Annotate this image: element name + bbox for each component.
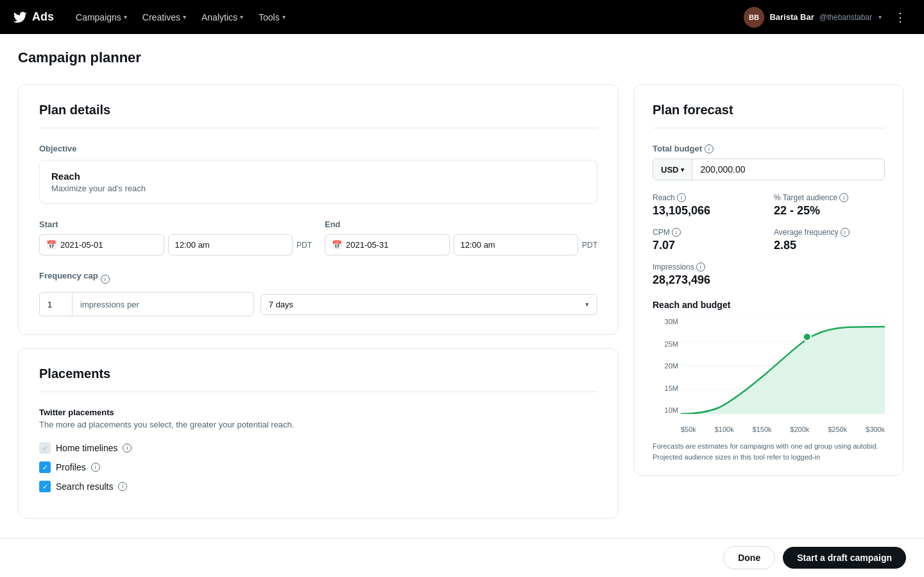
more-options-button[interactable]: ⋮ bbox=[889, 8, 911, 27]
home-timelines-checkbox[interactable]: ✓ bbox=[39, 442, 51, 454]
target-audience-info-icon[interactable]: i bbox=[839, 193, 848, 202]
cpm-label: CPM bbox=[653, 228, 670, 237]
ads-brand: Ads bbox=[32, 10, 54, 24]
plan-details-card: Plan details Objective Reach Maximize yo… bbox=[18, 84, 619, 335]
impressions-label: Impressions bbox=[653, 263, 694, 271]
account-name: Barista Bar bbox=[769, 12, 814, 22]
svg-point-7 bbox=[803, 333, 811, 341]
impressions-value: 28,273,496 bbox=[653, 273, 764, 287]
freq-number-input[interactable]: 1 impressions per bbox=[39, 292, 254, 316]
home-timelines-row: ✓ Home timelines i bbox=[39, 442, 597, 454]
home-timelines-info-icon[interactable]: i bbox=[123, 444, 132, 452]
end-date-group: End 📅 2021-05-31 12:00 am PDT bbox=[325, 220, 597, 255]
objective-label: Objective bbox=[39, 144, 597, 153]
profiles-label: Profiles bbox=[56, 462, 86, 472]
end-tz: PDT bbox=[582, 241, 597, 250]
target-audience-label: % Target audience bbox=[774, 193, 837, 202]
end-time-input[interactable]: 12:00 am bbox=[454, 234, 579, 255]
calendar-icon-end: 📅 bbox=[332, 240, 342, 250]
start-date-input[interactable]: 📅 2021-05-01 bbox=[39, 234, 164, 255]
search-results-info-icon[interactable]: i bbox=[118, 482, 127, 491]
plan-details-title: Plan details bbox=[39, 103, 597, 128]
end-date-value: 2021-05-31 bbox=[346, 240, 389, 250]
budget-input[interactable]: USD ▾ 200,000.00 bbox=[653, 159, 885, 180]
left-column: Plan details Objective Reach Maximize yo… bbox=[18, 84, 619, 531]
search-results-label: Search results bbox=[56, 481, 113, 492]
bottom-action-bar: Done Start a draft campaign bbox=[0, 538, 924, 577]
target-audience-stat: % Target audience i 22 - 25% bbox=[774, 193, 885, 218]
avg-freq-info-icon[interactable]: i bbox=[841, 228, 850, 237]
twitter-placements-label: Twitter placements bbox=[39, 408, 597, 417]
tools-chevron: ▾ bbox=[282, 13, 286, 21]
forecast-title: Plan forecast bbox=[653, 103, 885, 128]
start-date-group: Start 📅 2021-05-01 12:00 am PDT bbox=[39, 220, 312, 255]
avatar: BB bbox=[744, 7, 764, 28]
search-results-row: ✓ Search results i bbox=[39, 481, 597, 492]
right-panel: Plan forecast Total budget i USD ▾ 200,0… bbox=[634, 84, 903, 531]
nav-tools[interactable]: Tools ▾ bbox=[252, 8, 292, 26]
impressions-stat: Impressions i 28,273,496 bbox=[653, 263, 764, 287]
budget-amount: 200,000.00 bbox=[692, 159, 884, 180]
start-label: Start bbox=[39, 220, 312, 229]
cpm-value: 7.07 bbox=[653, 239, 764, 252]
chart-x-axis: $50k $100k $150k $200k $250k $300k bbox=[681, 426, 885, 433]
avg-freq-stat: Average frequency i 2.85 bbox=[774, 228, 885, 252]
calendar-icon: 📅 bbox=[46, 240, 56, 250]
freq-number-value: 1 bbox=[40, 295, 72, 314]
twitter-logo bbox=[13, 10, 27, 24]
reach-value: 13,105,066 bbox=[653, 204, 764, 218]
done-button[interactable]: Done bbox=[723, 546, 775, 569]
freq-cap-label: Frequency cap bbox=[39, 271, 98, 280]
account-chevron: ▾ bbox=[878, 13, 882, 21]
svg-text:BB: BB bbox=[749, 13, 759, 21]
nav-analytics[interactable]: Analytics ▾ bbox=[195, 8, 250, 26]
top-navigation: Ads Campaigns ▾ Creatives ▾ Analytics ▾ … bbox=[0, 0, 924, 34]
home-timelines-label: Home timelines bbox=[56, 443, 117, 453]
profiles-checkbox[interactable]: ✓ bbox=[39, 461, 51, 473]
forecast-card: Plan forecast Total budget i USD ▾ 200,0… bbox=[634, 84, 903, 476]
reach-info-icon[interactable]: i bbox=[677, 193, 686, 202]
freq-period-select[interactable]: 7 days ▾ bbox=[261, 294, 597, 315]
profiles-info-icon[interactable]: i bbox=[91, 463, 100, 472]
chart-y-axis: 30M 25M 20M 15M 10M bbox=[653, 318, 678, 414]
target-audience-value: 22 - 25% bbox=[774, 204, 885, 218]
nav-campaigns[interactable]: Campaigns ▾ bbox=[69, 8, 133, 26]
placements-title: Placements bbox=[39, 366, 597, 392]
chart-svg-container bbox=[681, 318, 885, 414]
cpm-info-icon[interactable]: i bbox=[672, 228, 681, 237]
cpm-stat: CPM i 7.07 bbox=[653, 228, 764, 252]
account-switcher[interactable]: BB Barista Bar @thebaristabar ▾ bbox=[744, 7, 882, 28]
reach-label: Reach bbox=[653, 193, 675, 202]
total-budget-label: Total budget bbox=[653, 144, 702, 153]
freq-suffix: impressions per bbox=[73, 295, 147, 314]
creatives-chevron: ▾ bbox=[183, 13, 186, 21]
reach-budget-chart: Reach and budget 30M 25M 20M 15M 10M bbox=[653, 300, 885, 462]
freq-chevron-icon: ▾ bbox=[585, 300, 589, 309]
end-date-input[interactable]: 📅 2021-05-31 bbox=[325, 234, 450, 255]
analytics-chevron: ▾ bbox=[240, 13, 243, 21]
chart-area: 30M 25M 20M 15M 10M bbox=[653, 318, 885, 433]
profiles-row: ✓ Profiles i bbox=[39, 461, 597, 473]
start-draft-button[interactable]: Start a draft campaign bbox=[783, 547, 906, 569]
search-results-checkbox[interactable]: ✓ bbox=[39, 481, 51, 492]
page-title: Campaign planner bbox=[18, 49, 906, 66]
campaigns-chevron: ▾ bbox=[124, 13, 127, 21]
currency-select[interactable]: USD ▾ bbox=[653, 159, 692, 180]
start-tz: PDT bbox=[296, 241, 312, 250]
placements-card: Placements Twitter placements The more a… bbox=[18, 348, 619, 519]
start-time-input[interactable]: 12:00 am bbox=[168, 234, 293, 255]
avg-freq-value: 2.85 bbox=[774, 239, 885, 252]
freq-cap-info-icon[interactable]: i bbox=[101, 275, 110, 284]
account-handle: @thebaristabar bbox=[819, 13, 872, 22]
avg-freq-label: Average frequency bbox=[774, 228, 839, 237]
impressions-info-icon[interactable]: i bbox=[696, 263, 705, 271]
objective-box[interactable]: Reach Maximize your ad's reach bbox=[39, 160, 597, 204]
end-label: End bbox=[325, 220, 597, 229]
forecast-note: Forecasts are estimates for campaigns wi… bbox=[653, 441, 885, 462]
nav-creatives[interactable]: Creatives ▾ bbox=[136, 8, 193, 26]
stats-grid: Reach i 13,105,066 % Target audience i 2… bbox=[653, 193, 885, 287]
objective-desc: Maximize your ad's reach bbox=[51, 184, 585, 193]
total-budget-info-icon[interactable]: i bbox=[705, 144, 714, 153]
chart-title: Reach and budget bbox=[653, 300, 885, 310]
start-date-value: 2021-05-01 bbox=[60, 240, 103, 250]
